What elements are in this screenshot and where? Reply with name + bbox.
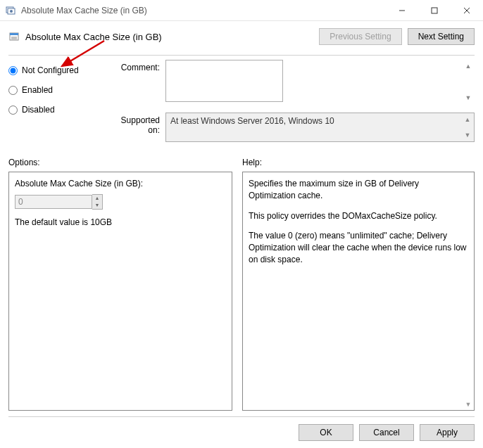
policy-icon: [8, 31, 20, 42]
footer: OK Cancel Apply: [8, 416, 475, 441]
options-panel: Absolute Max Cache Size (in GB): ▲ ▼ The…: [8, 172, 232, 411]
comment-label: Comment:: [111, 60, 165, 104]
svg-rect-8: [10, 33, 18, 35]
radio-not-configured[interactable]: Not Configured: [8, 65, 111, 75]
cache-size-input[interactable]: [15, 195, 92, 209]
radio-disabled[interactable]: Disabled: [8, 105, 111, 115]
chevron-down-icon: ▼: [463, 93, 473, 103]
svg-rect-4: [432, 8, 437, 13]
chevron-down-icon: ▼: [463, 399, 473, 409]
supported-on-label: Supported on:: [111, 113, 165, 142]
radio-disabled-label: Disabled: [22, 105, 55, 115]
apply-button[interactable]: Apply: [420, 424, 475, 441]
spinner-up-button[interactable]: ▲: [92, 195, 102, 202]
svg-point-2: [10, 10, 13, 13]
divider: [8, 55, 475, 56]
radio-enabled-label: Enabled: [22, 85, 53, 95]
help-text-1: Specifies the maximum size in GB of Deli…: [249, 178, 468, 202]
radio-enabled-input[interactable]: [8, 86, 18, 95]
chevron-up-icon: ▲: [463, 115, 472, 124]
ok-button[interactable]: OK: [299, 424, 353, 441]
options-field-label: Absolute Max Cache Size (in GB):: [15, 178, 226, 190]
next-setting-button[interactable]: Next Setting: [408, 28, 475, 45]
chevron-up-icon: ▲: [463, 61, 473, 71]
comment-input[interactable]: [165, 60, 283, 102]
titlebar: Absolute Max Cache Size (in GB): [0, 0, 483, 21]
help-text-3: The value 0 (zero) means "unlimited" cac…: [249, 230, 468, 265]
help-text-2: This policy overrides the DOMaxCacheSize…: [249, 210, 468, 222]
supported-on-text: At least Windows Server 2016, Windows 10: [170, 116, 334, 126]
maximize-button[interactable]: [418, 0, 451, 21]
help-panel: Specifies the maximum size in GB of Deli…: [242, 172, 475, 411]
window-controls: [386, 0, 483, 21]
chevron-down-icon: ▼: [463, 130, 472, 140]
app-icon: [6, 5, 17, 16]
spinner-down-button[interactable]: ▼: [92, 202, 102, 209]
policy-title: Absolute Max Cache Size (in GB): [25, 32, 162, 42]
options-note: The default value is 10GB: [15, 217, 226, 229]
options-panel-label: Options:: [8, 158, 232, 167]
supported-on-value: At least Windows Server 2016, Windows 10…: [165, 113, 475, 142]
header-row: Absolute Max Cache Size (in GB) Previous…: [8, 28, 475, 45]
radio-not-configured-input[interactable]: [8, 66, 18, 75]
minimize-button[interactable]: [386, 0, 418, 21]
close-button[interactable]: [451, 0, 483, 21]
radio-not-configured-label: Not Configured: [22, 65, 79, 75]
cancel-button[interactable]: Cancel: [359, 424, 414, 441]
help-panel-label: Help:: [242, 158, 475, 167]
window-title: Absolute Max Cache Size (in GB): [21, 6, 386, 15]
radio-enabled[interactable]: Enabled: [8, 85, 111, 95]
previous-setting-button[interactable]: Previous Setting: [319, 28, 401, 45]
radio-disabled-input[interactable]: [8, 105, 18, 115]
